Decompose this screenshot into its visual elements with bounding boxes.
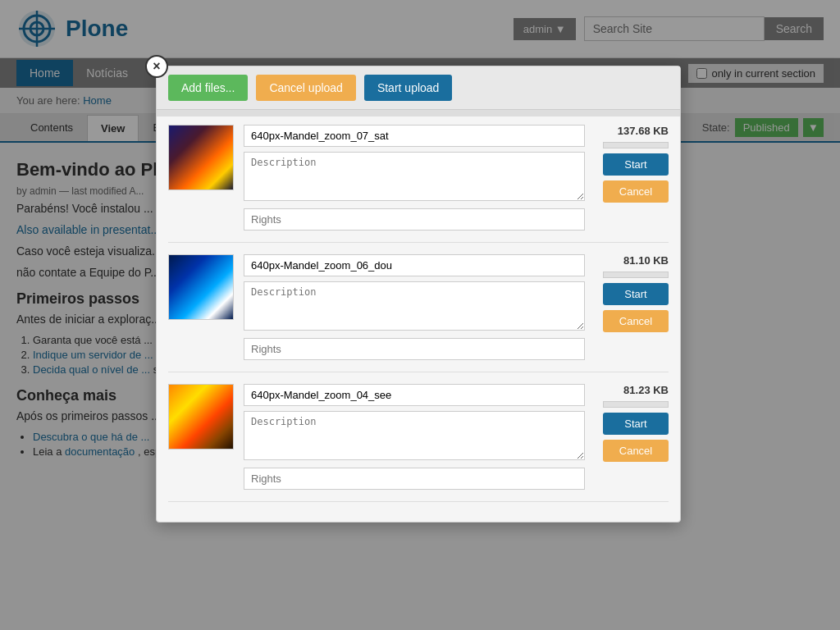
file-thumbnail-2 [168, 384, 234, 450]
file-list: 137.68 KB Start Cancel 81.10 KB Start Ca… [157, 116, 680, 477]
file-desc-2[interactable] [244, 411, 585, 460]
modal-close-button[interactable]: × [145, 55, 168, 78]
file-name-input-2[interactable] [244, 384, 585, 406]
add-files-button[interactable]: Add files... [168, 75, 248, 101]
file-details-0 [244, 125, 585, 231]
file-right-panel-0: 137.68 KB Start Cancel [595, 125, 669, 203]
file-progress-1 [603, 272, 669, 278]
file-details-1 [244, 254, 585, 360]
start-upload-button[interactable]: Start upload [364, 75, 453, 101]
file-item-1: 81.10 KB Start Cancel [168, 254, 669, 372]
file-size-2: 81.23 KB [623, 384, 669, 396]
file-thumbnail-0 [168, 125, 234, 190]
file-name-input-0[interactable] [244, 125, 585, 147]
file-desc-1[interactable] [244, 281, 585, 331]
modal-divider [157, 110, 680, 116]
file-rights-1[interactable] [244, 338, 585, 360]
file-progress-2 [603, 401, 669, 408]
file-start-button-0[interactable]: Start [603, 153, 669, 176]
file-thumbnail-1 [168, 254, 234, 320]
cancel-upload-button[interactable]: Cancel upload [256, 75, 356, 101]
file-details-2 [244, 384, 585, 477]
file-item-0: 137.68 KB Start Cancel [168, 125, 669, 243]
file-cancel-button-0[interactable]: Cancel [603, 180, 669, 203]
file-desc-0[interactable] [244, 152, 585, 201]
file-right-panel-1: 81.10 KB Start Cancel [595, 254, 669, 332]
file-start-button-2[interactable]: Start [603, 413, 669, 435]
file-cancel-button-1[interactable]: Cancel [603, 310, 669, 332]
file-start-button-1[interactable]: Start [603, 283, 669, 305]
file-name-input-1[interactable] [244, 254, 585, 276]
file-cancel-button-2[interactable]: Cancel [603, 440, 669, 462]
file-item-2: 81.23 KB Start Cancel [168, 384, 669, 477]
file-rights-2[interactable] [244, 468, 585, 477]
file-rights-0[interactable] [244, 208, 585, 231]
modal-toolbar: Add files... Cancel upload Start upload [157, 66, 680, 110]
file-right-panel-2: 81.23 KB Start Cancel [595, 384, 669, 462]
file-progress-0 [603, 142, 669, 148]
file-size-0: 137.68 KB [618, 125, 669, 137]
upload-modal: × Add files... Cancel upload Start uploa… [156, 66, 681, 477]
file-size-1: 81.10 KB [623, 254, 669, 267]
